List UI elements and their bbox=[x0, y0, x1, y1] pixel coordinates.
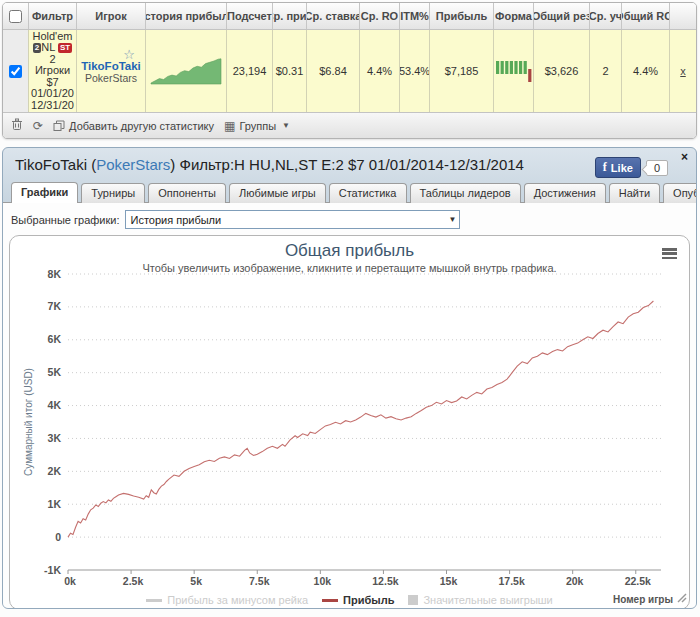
svg-text:0k: 0k bbox=[64, 575, 76, 587]
svg-text:Суммарный итог (USD): Суммарный итог (USD) bbox=[23, 368, 34, 476]
svg-text:7K: 7K bbox=[48, 300, 62, 312]
dropdown-arrow-icon: ▼ bbox=[449, 215, 457, 224]
svg-text:10k: 10k bbox=[314, 575, 332, 587]
stats-widget: Фильтр Игрок История прибыли Подсчет Ср.… bbox=[2, 2, 697, 139]
tab-favorite-games[interactable]: Любимые игры bbox=[229, 183, 326, 203]
col-filter[interactable]: Фильтр bbox=[29, 3, 77, 29]
level-badge: 2 bbox=[33, 43, 41, 53]
col-total-result[interactable]: Общий рез bbox=[534, 3, 590, 29]
remove-row-link[interactable]: x bbox=[680, 65, 686, 77]
graph-select-dropdown[interactable]: История прибыли ▼ bbox=[125, 210, 460, 229]
svg-text:6K: 6K bbox=[48, 333, 62, 345]
col-avg-roi[interactable]: Ср. RO bbox=[360, 3, 400, 29]
tab-graphs[interactable]: Графики bbox=[11, 182, 78, 203]
col-player[interactable]: Игрок bbox=[77, 3, 146, 29]
col-avg-profit[interactable]: Ср. приб bbox=[273, 3, 307, 29]
total-roi-value: 4.4% bbox=[622, 30, 670, 112]
col-total-roi[interactable]: Общий ROI bbox=[622, 3, 670, 29]
add-statistic-button[interactable]: Добавить другую статистику bbox=[53, 120, 214, 132]
player-name-link[interactable]: TikoFoTaki bbox=[81, 60, 141, 72]
profit-chart[interactable]: Общая прибыль Чтобы увеличить изображени… bbox=[9, 235, 690, 609]
svg-text:2.5k: 2.5k bbox=[123, 575, 144, 587]
header-select-all-cell bbox=[3, 3, 29, 29]
svg-text:0: 0 bbox=[55, 531, 61, 543]
chart-menu-icon[interactable] bbox=[662, 248, 677, 259]
close-icon[interactable]: × bbox=[681, 150, 688, 164]
player-site: PokerStars bbox=[85, 72, 137, 84]
legend-item[interactable]: Прибыль за минусом рейка bbox=[146, 594, 308, 606]
groups-grid-icon: ▦ bbox=[224, 120, 235, 132]
avg-stake-value: $6.84 bbox=[307, 30, 360, 112]
tab-achievements[interactable]: Достижения bbox=[524, 183, 606, 203]
itm-value: 53.4% bbox=[400, 30, 430, 112]
panel-header: TikoFoTaki (PokerStars) Фильтр:H HU,NL,S… bbox=[3, 148, 696, 181]
refresh-icon[interactable]: ⟳ bbox=[33, 120, 43, 132]
tab-opponents[interactable]: Оппоненты bbox=[148, 183, 226, 203]
svg-text:2K: 2K bbox=[48, 465, 62, 477]
tab-find[interactable]: Найти bbox=[609, 183, 660, 203]
svg-text:8K: 8K bbox=[48, 268, 62, 280]
svg-text:22.5k: 22.5k bbox=[625, 575, 651, 587]
col-actions bbox=[670, 3, 696, 29]
svg-text:5K: 5K bbox=[48, 366, 62, 378]
x-axis-title: Номер игры bbox=[613, 594, 673, 605]
svg-text:7.5k: 7.5k bbox=[249, 575, 270, 587]
tab-leaderboards[interactable]: Таблицы лидеров bbox=[410, 183, 521, 203]
groups-button[interactable]: ▦ Группы ▼ bbox=[224, 120, 290, 132]
sit-and-go-badge: ST bbox=[58, 43, 72, 53]
tab-bar: Графики Турниры Оппоненты Любимые игры С… bbox=[3, 181, 696, 203]
player-cell: ☆ TikoFoTaki PokerStars bbox=[77, 30, 146, 112]
col-profit[interactable]: Прибыль bbox=[430, 3, 494, 29]
chart-title: Общая прибыль bbox=[10, 236, 689, 261]
col-avg-entrants[interactable]: Ср. уч bbox=[590, 3, 622, 29]
groups-caret-icon: ▼ bbox=[282, 121, 290, 130]
facebook-widget: fLike 0 bbox=[595, 157, 668, 178]
col-form[interactable]: Форма bbox=[494, 3, 534, 29]
widget-toolbar: ⟳ Добавить другую статистику ▦ Группы ▼ bbox=[3, 112, 696, 138]
facebook-icon: f bbox=[603, 160, 607, 175]
stats-table-header: Фильтр Игрок История прибыли Подсчет Ср.… bbox=[3, 3, 696, 30]
svg-text:17.5k: 17.5k bbox=[498, 575, 524, 587]
legend-line-swatch bbox=[146, 599, 162, 602]
favorite-star-icon[interactable]: ☆ bbox=[123, 50, 135, 60]
row-checkbox[interactable] bbox=[9, 65, 22, 78]
avg-roi-value: 4.4% bbox=[360, 30, 400, 112]
profit-history-sparkline[interactable] bbox=[146, 30, 227, 112]
svg-text:5k: 5k bbox=[190, 575, 202, 587]
chart-legend: Прибыль за минусом рейкаПрибыльЗначитель… bbox=[10, 594, 689, 606]
tab-statistics[interactable]: Статистика bbox=[329, 183, 407, 203]
legend-item[interactable]: Значительные выигрыши bbox=[408, 594, 552, 606]
copy-icon bbox=[53, 120, 65, 132]
total-result-value: $3,626 bbox=[534, 30, 590, 112]
col-count[interactable]: Подсчет bbox=[227, 3, 273, 29]
col-avg-stake[interactable]: Ср. ставка bbox=[307, 3, 360, 29]
filter-cell: Hold'em 2NL ST 2 Игроки $7 01/01/20 12/3… bbox=[29, 30, 77, 112]
avg-profit-value: $0.31 bbox=[273, 30, 307, 112]
facebook-like-count: 0 bbox=[646, 160, 668, 176]
avg-entrants-value: 2 bbox=[590, 30, 622, 112]
graph-select-label: Выбранные графики: bbox=[11, 214, 119, 226]
svg-text:12.5k: 12.5k bbox=[372, 575, 398, 587]
chart-plot-area: 8K7K6K5K4K3K2K1K0-1K0k2.5k5k7.5k10k12.5k… bbox=[22, 268, 679, 594]
legend-line-swatch bbox=[322, 599, 338, 602]
row-select-cell bbox=[3, 30, 29, 112]
count-value: 23,194 bbox=[227, 30, 273, 112]
svg-text:-1K: -1K bbox=[44, 564, 61, 576]
legend-item[interactable]: Прибыль bbox=[322, 594, 394, 606]
graph-select-row: Выбранные графики: История прибыли ▼ bbox=[9, 208, 690, 233]
select-all-checkbox[interactable] bbox=[9, 10, 22, 23]
tab-tournaments[interactable]: Турниры bbox=[81, 183, 145, 203]
col-itm[interactable]: ITM% bbox=[400, 3, 430, 29]
svg-text:1K: 1K bbox=[48, 498, 62, 510]
panel-title: TikoFoTaki (PokerStars) Фильтр:H HU,NL,S… bbox=[15, 156, 524, 173]
resize-handle-icon[interactable] bbox=[676, 589, 687, 607]
svg-text:4K: 4K bbox=[48, 399, 62, 411]
svg-text:15k: 15k bbox=[440, 575, 458, 587]
pokerstars-link[interactable]: PokerStars bbox=[96, 156, 170, 173]
tab-publish[interactable]: Опубликовать bbox=[663, 183, 697, 203]
profit-value: $7,185 bbox=[430, 30, 494, 112]
col-profit-history[interactable]: История прибыли bbox=[146, 3, 227, 29]
facebook-like-button[interactable]: fLike bbox=[595, 157, 641, 178]
delete-icon[interactable] bbox=[11, 118, 23, 133]
player-panel: TikoFoTaki (PokerStars) Фильтр:H HU,NL,S… bbox=[2, 147, 697, 609]
